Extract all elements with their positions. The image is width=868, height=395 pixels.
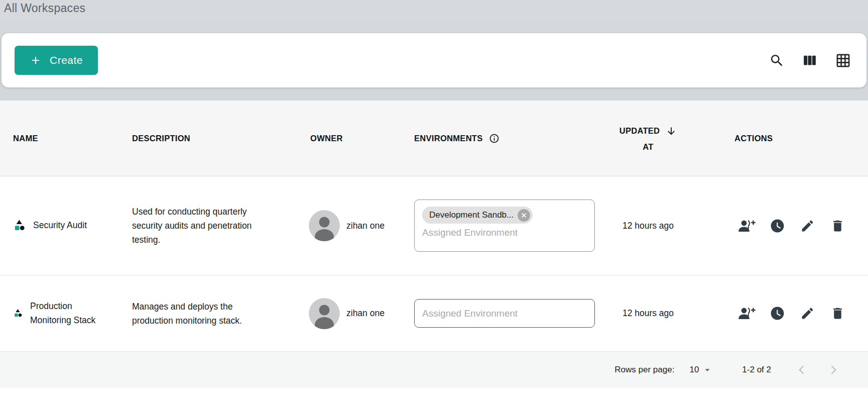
table-row: Production Monitoring Stack Manages and … [0,275,868,352]
workspace-name: Security Audit [33,219,87,232]
workspace-description-cell: Manages and deploys the production monit… [123,300,284,328]
plus-icon [30,54,42,66]
sort-desc-arrow-icon [666,125,677,137]
create-button[interactable]: Create [15,46,98,75]
workspace-shapes-icon [14,309,23,318]
edit-pencil-icon[interactable] [799,217,816,234]
workspace-description-cell: Used for conducting quarterly security a… [123,205,284,247]
avatar [309,298,340,329]
search-icon[interactable] [768,52,785,69]
environments-cell: Development Sandb... Assigned Environmen… [404,200,595,252]
environment-chip-label: Development Sandb... [429,210,514,220]
edit-pencil-icon[interactable] [799,305,816,322]
create-button-label: Create [50,54,83,66]
assigned-environment-select[interactable]: Assigned Environment [414,299,595,328]
header-updated-label-2: AT [595,142,701,152]
workspace-name: Production Monitoring Stack [30,300,108,327]
previous-page-icon[interactable] [795,363,808,376]
rows-per-page-label: Rows per page: [614,365,674,375]
table-header-row: NAME DESCRIPTION OWNER ENVIRONMENTS UPDA… [0,101,868,176]
history-clock-icon[interactable] [769,305,786,322]
rows-per-page-value: 10 [689,365,699,375]
owner-cell: zihan one [284,298,404,329]
view-columns-icon[interactable] [801,52,818,69]
header-environments: ENVIRONMENTS [404,133,595,144]
pagination-nav [795,363,840,376]
workspaces-page: All Workspaces Create NAME DESCRIPTION [0,0,868,395]
table-row: Security Audit Used for conducting quart… [0,176,868,275]
pagination-bar: Rows per page: 10 1-2 of 2 [0,352,868,388]
header-actions: ACTIONS [701,134,868,143]
add-user-icon[interactable] [738,217,756,234]
header-description: DESCRIPTION [123,134,284,143]
header-environments-label: ENVIRONMENTS [414,134,483,143]
history-clock-icon[interactable] [769,217,786,234]
environment-placeholder: Assigned Environment [422,227,587,238]
workspace-name-cell: Production Monitoring Stack [0,300,123,327]
environments-cell: Assigned Environment [404,299,595,328]
pagination-range-label: 1-2 of 2 [742,365,771,375]
workspace-name-cell: Security Audit [0,219,123,232]
delete-trash-icon[interactable] [829,305,846,322]
header-name: NAME [0,134,123,143]
workspace-description: Manages and deploys the production monit… [132,300,265,328]
assigned-environment-select[interactable]: Development Sandb... Assigned Environmen… [414,200,595,252]
header-owner: OWNER [284,134,404,143]
owner-name: zihan one [346,221,385,231]
rows-per-page-select[interactable]: 10 [689,364,713,375]
header-updated-at[interactable]: UPDATED AT [595,125,701,152]
updated-at-cell: 12 hours ago [595,221,701,231]
page-title: All Workspaces [4,2,85,15]
actions-cell [701,305,868,322]
owner-cell: zihan one [284,210,404,241]
workspace-shapes-icon [14,219,26,232]
avatar [309,210,340,241]
info-icon[interactable] [489,133,500,144]
chip-remove-button[interactable] [518,209,530,222]
toolbar: Create [2,33,866,87]
owner-name: zihan one [346,308,385,319]
next-page-icon[interactable] [827,363,840,376]
workspaces-table: NAME DESCRIPTION OWNER ENVIRONMENTS UPDA… [0,101,868,395]
add-user-icon[interactable] [738,305,756,322]
dropdown-arrow-icon [702,364,713,375]
grid-view-icon[interactable] [834,52,851,69]
updated-at-cell: 12 hours ago [595,308,701,319]
actions-cell [701,217,868,234]
environment-chip[interactable]: Development Sandb... [422,207,533,224]
header-updated-label: UPDATED [619,126,660,136]
environment-placeholder: Assigned Environment [422,308,518,319]
delete-trash-icon[interactable] [829,217,846,234]
toolbar-icons [768,52,851,69]
workspace-description: Used for conducting quarterly security a… [132,205,265,247]
